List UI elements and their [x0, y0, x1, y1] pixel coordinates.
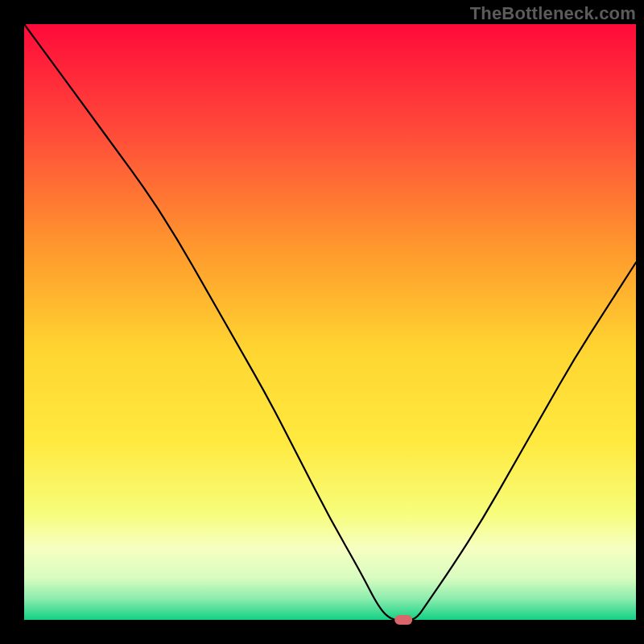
plot-background [24, 24, 636, 620]
bottleneck-chart [0, 0, 644, 644]
optimal-marker [394, 615, 412, 625]
chart-frame: TheBottleneck.com [0, 0, 644, 644]
watermark-text: TheBottleneck.com [470, 3, 636, 24]
